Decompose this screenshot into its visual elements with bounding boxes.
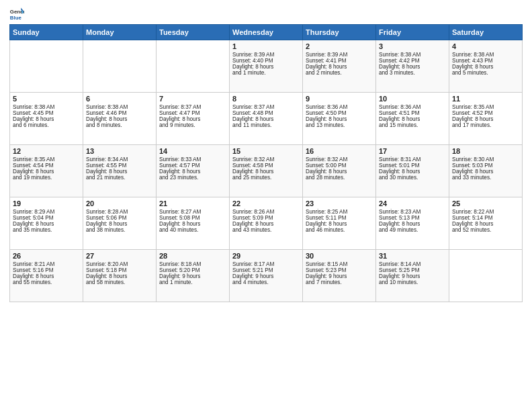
day-number: 23 [306, 199, 373, 208]
calendar-week-2: 5Sunrise: 8:38 AMSunset: 4:45 PMDaylight… [10, 93, 523, 145]
cell-content: Sunrise: 8:37 AM [159, 104, 226, 110]
calendar-cell: 27Sunrise: 8:20 AMSunset: 5:18 PMDayligh… [83, 250, 157, 302]
cell-content: Sunrise: 8:38 AM [452, 52, 519, 58]
col-header-thursday: Thursday [303, 25, 376, 40]
cell-content: Daylight: 8 hours [232, 221, 300, 227]
cell-content: Sunrise: 8:29 AM [13, 209, 80, 215]
cell-content: Sunrise: 8:36 AM [379, 104, 446, 110]
cell-content: Sunset: 5:11 PM [306, 215, 373, 221]
cell-content: Daylight: 8 hours [452, 169, 519, 175]
cell-content: and 25 minutes. [232, 175, 300, 181]
day-number: 14 [159, 147, 226, 155]
cell-content: Sunrise: 8:26 AM [232, 209, 300, 215]
cell-content: and 19 minutes. [13, 175, 80, 181]
cell-content: Sunrise: 8:33 AM [159, 156, 226, 163]
cell-content: Daylight: 8 hours [86, 221, 153, 227]
cell-content: and 7 minutes. [306, 279, 373, 285]
cell-content: Sunrise: 8:35 AM [452, 104, 519, 110]
cell-content: Daylight: 8 hours [306, 64, 373, 70]
calendar-cell: 30Sunrise: 8:15 AMSunset: 5:23 PMDayligh… [303, 250, 376, 302]
cell-content: Sunset: 5:13 PM [379, 215, 446, 221]
day-number: 1 [232, 42, 300, 50]
cell-content: Sunrise: 8:21 AM [13, 261, 80, 267]
cell-content: Sunset: 4:47 PM [159, 110, 226, 116]
cell-content: Sunset: 4:43 PM [452, 58, 519, 64]
cell-content: Daylight: 9 hours [306, 273, 373, 279]
cell-content: Sunrise: 8:31 AM [379, 156, 446, 163]
cell-content: and 35 minutes. [13, 227, 80, 233]
cell-content: and 9 minutes. [159, 122, 226, 128]
logo-icon: General Blue [9, 7, 24, 21]
cell-content: and 8 minutes. [86, 122, 153, 128]
calendar-cell: 8Sunrise: 8:37 AMSunset: 4:48 PMDaylight… [230, 93, 303, 145]
calendar-cell: 11Sunrise: 8:35 AMSunset: 4:52 PMDayligh… [449, 93, 523, 145]
cell-content: and 58 minutes. [86, 279, 153, 285]
cell-content: Sunset: 5:06 PM [86, 215, 153, 221]
day-number: 10 [379, 95, 446, 103]
day-number: 5 [13, 95, 80, 103]
calendar-cell [449, 250, 523, 302]
cell-content: Daylight: 8 hours [379, 64, 446, 70]
header: General Blue [9, 7, 523, 21]
cell-content: Sunrise: 8:17 AM [232, 261, 300, 267]
calendar-cell: 6Sunrise: 8:38 AMSunset: 4:46 PMDaylight… [83, 93, 157, 145]
day-number: 24 [379, 199, 446, 208]
calendar-cell: 22Sunrise: 8:26 AMSunset: 5:09 PMDayligh… [230, 197, 303, 250]
cell-content: and 1 minute. [232, 70, 300, 76]
cell-content: Daylight: 8 hours [452, 116, 519, 122]
day-number: 22 [232, 199, 300, 208]
cell-content: Daylight: 8 hours [159, 169, 226, 175]
cell-content: Sunset: 5:04 PM [13, 215, 80, 221]
cell-content: Sunset: 4:40 PM [232, 58, 300, 64]
day-number: 2 [306, 42, 373, 50]
cell-content: and 13 minutes. [306, 122, 373, 128]
cell-content: Sunrise: 8:22 AM [452, 209, 519, 215]
cell-content: Sunset: 5:18 PM [86, 267, 153, 273]
day-number: 17 [379, 147, 446, 155]
cell-content: Sunrise: 8:36 AM [306, 104, 373, 110]
calendar-cell: 29Sunrise: 8:17 AMSunset: 5:21 PMDayligh… [230, 250, 303, 302]
calendar-cell: 18Sunrise: 8:30 AMSunset: 5:03 PMDayligh… [449, 145, 523, 197]
cell-content: and 11 minutes. [232, 122, 300, 128]
cell-content: Daylight: 8 hours [232, 116, 300, 122]
cell-content: Sunset: 5:01 PM [379, 163, 446, 169]
calendar-cell: 17Sunrise: 8:31 AMSunset: 5:01 PMDayligh… [376, 145, 449, 197]
cell-content: Sunset: 5:20 PM [159, 267, 226, 273]
calendar-cell: 12Sunrise: 8:35 AMSunset: 4:54 PMDayligh… [10, 145, 83, 197]
cell-content: Sunrise: 8:39 AM [306, 52, 373, 58]
calendar-week-4: 19Sunrise: 8:29 AMSunset: 5:04 PMDayligh… [10, 197, 523, 250]
calendar-cell: 1Sunrise: 8:39 AMSunset: 4:40 PMDaylight… [230, 40, 303, 93]
cell-content: Sunset: 4:55 PM [86, 163, 153, 169]
day-number: 8 [232, 95, 300, 103]
calendar-cell [157, 40, 230, 93]
calendar-cell: 16Sunrise: 8:32 AMSunset: 5:00 PMDayligh… [303, 145, 376, 197]
col-header-tuesday: Tuesday [157, 25, 230, 40]
cell-content: Sunrise: 8:14 AM [379, 261, 446, 267]
cell-content: Daylight: 8 hours [452, 64, 519, 70]
cell-content: Daylight: 8 hours [232, 64, 300, 70]
calendar-cell: 7Sunrise: 8:37 AMSunset: 4:47 PMDaylight… [157, 93, 230, 145]
cell-content: Daylight: 8 hours [13, 221, 80, 227]
cell-content: Sunset: 4:41 PM [306, 58, 373, 64]
cell-content: and 49 minutes. [379, 227, 446, 233]
calendar-cell: 9Sunrise: 8:36 AMSunset: 4:50 PMDaylight… [303, 93, 376, 145]
cell-content: Daylight: 8 hours [306, 169, 373, 175]
cell-content: Daylight: 8 hours [86, 169, 153, 175]
cell-content: and 1 minute. [159, 279, 226, 285]
day-number: 11 [452, 95, 519, 103]
cell-content: Sunrise: 8:20 AM [86, 261, 153, 267]
cell-content: Sunrise: 8:38 AM [379, 52, 446, 58]
calendar-cell: 2Sunrise: 8:39 AMSunset: 4:41 PMDaylight… [303, 40, 376, 93]
cell-content: and 10 minutes. [379, 279, 446, 285]
cell-content: and 46 minutes. [306, 227, 373, 233]
cell-content: Sunset: 5:03 PM [452, 163, 519, 169]
cell-content: Sunset: 4:48 PM [232, 110, 300, 116]
cell-content: Sunrise: 8:35 AM [13, 156, 80, 163]
cell-content: Sunrise: 8:18 AM [159, 261, 226, 267]
day-number: 13 [86, 147, 153, 155]
cell-content: and 23 minutes. [159, 175, 226, 181]
cell-content: Sunset: 5:00 PM [306, 163, 373, 169]
cell-content: Daylight: 8 hours [379, 116, 446, 122]
day-number: 25 [452, 199, 519, 208]
day-number: 20 [86, 199, 153, 208]
